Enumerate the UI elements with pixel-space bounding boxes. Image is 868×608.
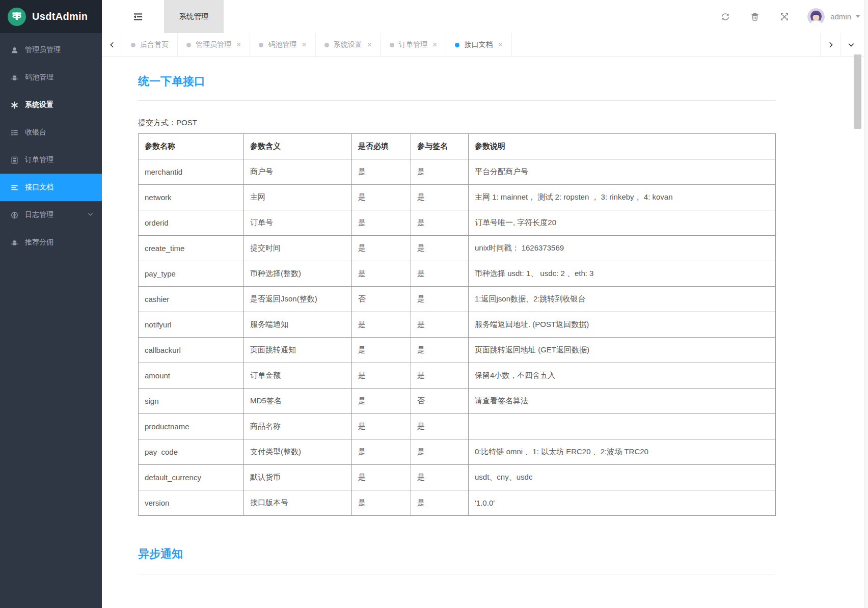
table-header-cell: 参数含义 (244, 134, 352, 159)
sidebar-item-推荐分佣[interactable]: 推荐分佣 (0, 229, 102, 256)
fullscreen-icon[interactable] (780, 12, 789, 21)
params-table-body: merchantid商户号是是平台分配商户号network主网是是主网 1: m… (139, 159, 776, 516)
table-header-cell: 参与签名 (411, 134, 469, 159)
tab-接口文档[interactable]: 接口文档× (446, 33, 511, 57)
table-cell: 订单号 (244, 210, 352, 236)
table-cell (469, 414, 776, 439)
scrollbar-track[interactable] (864, 0, 868, 608)
table-cell: pay_code (139, 439, 244, 465)
sidebar-item-日志管理[interactable]: 日志管理 (0, 201, 102, 229)
table-cell: 是 (411, 261, 469, 287)
table-cell: cashier (139, 287, 244, 312)
username[interactable]: admin (830, 12, 851, 21)
table-cell: 0:比特链 omni 、1: 以太坊 ERC20 、2:波场 TRC20 (469, 439, 776, 465)
table-cell: merchantid (139, 159, 244, 185)
table-cell: 商户号 (244, 159, 352, 185)
params-table: 参数名称参数含义是否必填参与签名参数说明 merchantid商户号是是平台分配… (138, 133, 776, 516)
brand-name: UsdtAdmin (32, 11, 88, 22)
tab-status-dot (186, 43, 191, 47)
sidebar-item-接口文档[interactable]: 接口文档 (0, 174, 102, 201)
table-cell: 页面跳转返回地址 (GET返回数据) (469, 338, 776, 363)
tab-后台首页[interactable]: 后台首页 (122, 33, 178, 57)
table-cell: 是 (352, 261, 411, 287)
section-title-async-notify: 异步通知 (138, 546, 775, 562)
brand: UsdtAdmin (0, 0, 102, 33)
table-cell: 请查看签名算法 (469, 389, 776, 414)
sidebar-collapse-icon[interactable] (133, 12, 143, 22)
tabs-scroll-right-icon[interactable] (820, 33, 840, 57)
scrollbar-thumb[interactable] (854, 54, 861, 129)
table-row: default_currency默认货币是是usdt、cny、usdc (139, 465, 776, 490)
sidebar-item-label: 系统设置 (25, 100, 53, 109)
user-avatar[interactable] (807, 8, 825, 25)
table-cell: create_time (139, 236, 244, 261)
table-cell: 币种选择(整数) (244, 261, 352, 287)
tab-label: 管理员管理 (196, 40, 231, 49)
table-cell: 是 (411, 159, 469, 185)
table-cell: 1:返回json数据、2:跳转到收银台 (469, 287, 776, 312)
sidebar-item-label: 接口文档 (25, 183, 53, 192)
tab-label: 接口文档 (464, 40, 493, 49)
tabs-menu-icon[interactable] (840, 33, 861, 57)
trash-icon[interactable] (750, 12, 760, 21)
table-cell: 是 (411, 414, 469, 439)
table-cell: 支付类型(整数) (244, 439, 352, 465)
table-cell: usdt、cny、usdc (469, 465, 776, 490)
sidebar: UsdtAdmin 管理员管理码池管理系统设置收银台订单管理接口文档日志管理推荐… (0, 0, 102, 608)
sidebar-item-订单管理[interactable]: 订单管理 (0, 146, 102, 174)
log-sphere-icon (11, 211, 18, 219)
tether-logo-icon (8, 8, 26, 26)
main-area: 系统管理 (102, 0, 868, 608)
tab-close-icon[interactable]: × (432, 41, 437, 49)
table-cell: 是 (352, 312, 411, 338)
caret-down-icon[interactable] (855, 12, 861, 21)
table-cell: 平台分配商户号 (469, 159, 776, 185)
tab-close-icon[interactable]: × (236, 41, 241, 49)
sidebar-item-管理员管理[interactable]: 管理员管理 (0, 36, 102, 64)
tab-码池管理[interactable]: 码池管理× (250, 33, 315, 57)
tab-订单管理[interactable]: 订单管理× (381, 33, 446, 57)
open-tabs: 后台首页管理员管理×码池管理×系统设置×订单管理×接口文档× (122, 33, 512, 57)
tabbar: 后台首页管理员管理×码池管理×系统设置×订单管理×接口文档× (102, 33, 868, 57)
tab-close-icon[interactable]: × (498, 41, 502, 49)
params-table-head: 参数名称参数含义是否必填参与签名参数说明 (139, 134, 776, 159)
table-row: notifyurl服务端通知是是服务端返回地址. (POST返回数据) (139, 312, 776, 338)
tabbar-actions (820, 33, 868, 57)
table-cell: 是 (352, 414, 411, 439)
chevron-down-icon (87, 211, 94, 219)
sidebar-menu: 管理员管理码池管理系统设置收银台订单管理接口文档日志管理推荐分佣 (0, 33, 102, 256)
table-cell: 是 (411, 287, 469, 312)
tabs-scroll-left-icon[interactable] (102, 33, 122, 57)
table-cell: 是 (352, 389, 411, 414)
tab-close-icon[interactable]: × (302, 41, 306, 49)
table-cell: 是 (352, 185, 411, 210)
sidebar-item-label: 推荐分佣 (25, 238, 53, 247)
table-cell: 是 (352, 490, 411, 516)
table-cell: notifyurl (139, 312, 244, 338)
tab-管理员管理[interactable]: 管理员管理× (178, 33, 250, 57)
table-cell: 是 (411, 236, 469, 261)
tab-status-dot (390, 43, 394, 47)
table-cell: 是否返回Json(整数) (244, 287, 352, 312)
top-nav-tab-system[interactable]: 系统管理 (164, 0, 224, 33)
table-cell: 默认货币 (244, 465, 352, 490)
table-cell: 订单号唯一, 字符长度20 (469, 210, 776, 236)
tab-close-icon[interactable]: × (367, 41, 372, 49)
sidebar-item-收银台[interactable]: 收银台 (0, 119, 102, 146)
table-cell: orderid (139, 210, 244, 236)
table-cell: 接口版本号 (244, 490, 352, 516)
submit-method-label: 提交方式：POST (138, 118, 868, 128)
section-title-unified-order-api: 统一下单接口 (138, 74, 775, 89)
tab-系统设置[interactable]: 系统设置× (316, 33, 381, 57)
sidebar-item-码池管理[interactable]: 码池管理 (0, 64, 102, 91)
table-cell: 订单金额 (244, 363, 352, 389)
table-cell: version (139, 490, 244, 516)
sidebar-item-系统设置[interactable]: 系统设置 (0, 91, 102, 119)
tab-status-dot (324, 43, 329, 47)
refresh-icon[interactable] (721, 12, 730, 21)
table-cell: 币种选择 usdt: 1、 usdc: 2 、eth: 3 (469, 261, 776, 287)
tab-label: 系统设置 (334, 40, 362, 49)
table-cell: 是 (352, 363, 411, 389)
sidebar-item-label: 订单管理 (25, 155, 53, 164)
table-cell: 是 (352, 338, 411, 363)
